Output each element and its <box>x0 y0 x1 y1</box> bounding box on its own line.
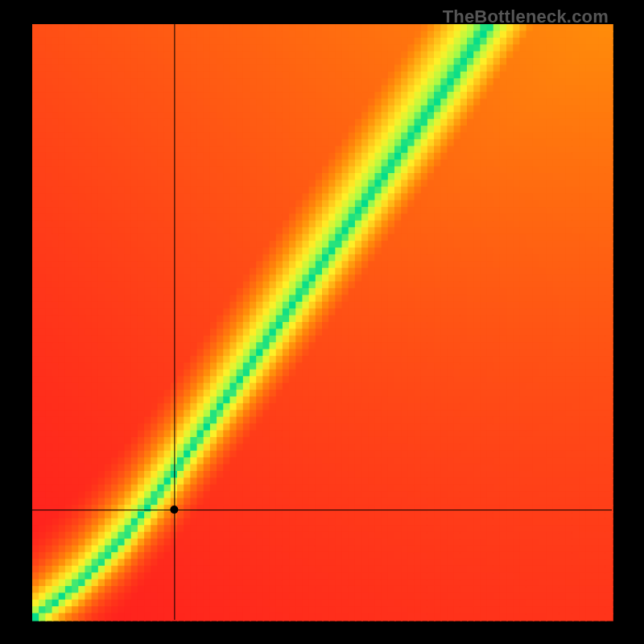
chart-container: TheBottleneck.com <box>0 0 644 644</box>
heatmap-canvas <box>0 0 644 644</box>
watermark-text: TheBottleneck.com <box>443 6 609 27</box>
